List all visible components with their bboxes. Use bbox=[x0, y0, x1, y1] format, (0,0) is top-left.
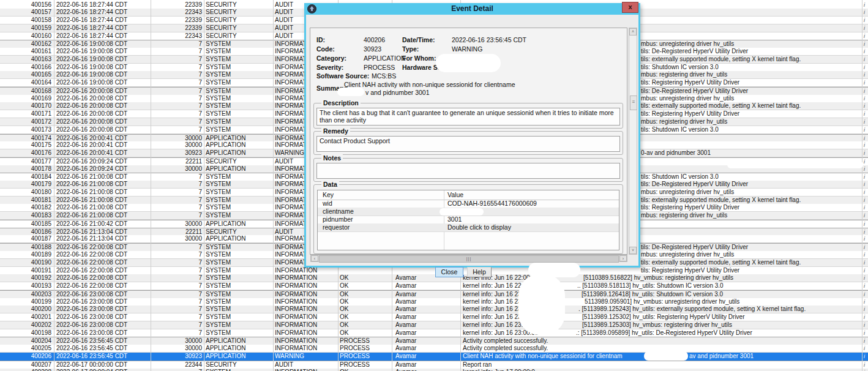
vertical-scroll-thumb[interactable]: ≡ bbox=[630, 96, 637, 110]
edge-mark: i bbox=[864, 149, 865, 157]
edge-mark: i bbox=[864, 9, 865, 16]
cell-message-fragment: tils: De-Registered HyperV Utility Drive… bbox=[641, 48, 748, 55]
cell-category: SYSTEM bbox=[206, 181, 231, 188]
table-row[interactable]: 4002022022-06-16 23:00:08 CDT7SYSTEMINFO… bbox=[0, 321, 868, 329]
edge-mark: i bbox=[864, 17, 865, 24]
cell-category: SECURITY bbox=[206, 24, 237, 32]
cell-code: 30923 bbox=[151, 149, 202, 157]
cell-id: 400198 bbox=[0, 329, 51, 337]
cell-id: 400207 bbox=[0, 361, 51, 369]
cell-status: PROCESS bbox=[340, 337, 370, 345]
table-row[interactable]: 4001922022-06-16 22:00:08 CDT7SYSTEMINFO… bbox=[0, 274, 868, 282]
data-table-row[interactable]: pidnumber3001 bbox=[318, 215, 619, 224]
cell-status: OK bbox=[340, 329, 348, 337]
cell-category: SYSTEM bbox=[206, 291, 231, 298]
close-button[interactable]: Close bbox=[435, 267, 463, 277]
cell-datetime: 2022-06-16 23:56:45 CDT bbox=[56, 353, 127, 360]
table-row[interactable]: 4002072022-06-17 00:00:00 CDT22344SECURI… bbox=[0, 361, 868, 369]
data-table-row[interactable]: requestorDouble click to display bbox=[318, 223, 619, 232]
cell-id: 400164 bbox=[0, 79, 51, 86]
cell-id: 400179 bbox=[0, 181, 51, 188]
cell-id: 400175 bbox=[0, 141, 51, 149]
notes-textarea[interactable] bbox=[316, 163, 620, 179]
cell-datetime: 2022-06-16 23:56:45 CDT bbox=[56, 345, 127, 352]
cell-category: SYSTEM bbox=[206, 110, 231, 118]
edge-mark: i bbox=[864, 95, 865, 102]
scroll-left-icon[interactable]: ‹ bbox=[311, 255, 318, 261]
horizontal-scroll-thumb[interactable]: ||| bbox=[319, 255, 619, 263]
cell-code: 30000 bbox=[151, 165, 202, 173]
notes-legend: Notes bbox=[321, 154, 343, 162]
remedy-textarea[interactable]: Contact Product Support bbox=[316, 136, 620, 152]
cell-id: 400188 bbox=[0, 244, 51, 251]
cell-source: Avamar bbox=[395, 361, 416, 369]
field-value: PROCESS bbox=[364, 64, 395, 71]
cell-message-fragment: mbus: unregistering driver hv_utils bbox=[641, 40, 734, 48]
edge-mark: i bbox=[864, 88, 865, 95]
cell-message-fragment: tils: Shutdown IC version 3.0 bbox=[641, 173, 719, 181]
cell-datetime: 2022-06-16 21:00:08 CDT bbox=[56, 181, 127, 188]
cell-datetime: 2022-06-16 23:00:08 CDT bbox=[56, 291, 127, 298]
cell-category: APPLICATION bbox=[206, 337, 245, 345]
table-row[interactable]: 4002042022-06-16 23:56:45 CDT30000APPLIC… bbox=[0, 337, 868, 345]
cell-status: PROCESS bbox=[340, 353, 370, 360]
scroll-up-icon[interactable]: ˄ bbox=[629, 28, 637, 36]
table-row[interactable]: 4002052022-06-16 23:56:45 CDT30000APPLIC… bbox=[0, 345, 868, 353]
edge-mark: i bbox=[864, 291, 865, 298]
cell-id: 400162 bbox=[0, 40, 51, 48]
table-row[interactable]: 4002082022-06-17 00:00:04 CDT7SYSTEMINFO… bbox=[0, 369, 868, 371]
table-row[interactable]: 4002032022-06-16 23:00:08 CDT7SYSTEMINFO… bbox=[0, 290, 868, 299]
cell-message-tail: [5113989.125302] hv_utils: Registering H… bbox=[582, 313, 745, 321]
cell-message-tail: 5113989.095901] hv_vmbus: unregistering … bbox=[585, 298, 739, 305]
scroll-right-icon[interactable]: › bbox=[619, 255, 627, 261]
cell-status: PROCESS bbox=[340, 361, 370, 369]
cell-message: Activity completed successfully. bbox=[463, 345, 548, 352]
data-table-row[interactable]: widCOD-NAH-9165544176000609 bbox=[318, 200, 619, 208]
cell-id: 400208 bbox=[0, 369, 51, 371]
edge-mark: i bbox=[864, 197, 865, 204]
cell-code: 7 bbox=[151, 251, 202, 258]
cell-category: SYSTEM bbox=[206, 95, 231, 102]
cell-message-fragment: tils: Registering HyperV Utility Driver bbox=[641, 79, 739, 86]
cell-message-fragment: mbus: unregistering driver hv_utils bbox=[641, 251, 734, 258]
cell-datetime: 2022-06-16 19:00:08 CDT bbox=[56, 48, 127, 55]
description-groupbox: Description The client has a bug that it… bbox=[313, 103, 623, 129]
help-button[interactable]: Help bbox=[467, 267, 492, 277]
cell-type: WARNING bbox=[275, 353, 304, 360]
data-header-value: Value bbox=[447, 190, 463, 200]
cell-datetime: 2022-06-16 20:09:24 CDT bbox=[56, 165, 127, 173]
cell-type: INFORMATION bbox=[275, 291, 317, 298]
data-key: clientname bbox=[323, 208, 354, 215]
data-key: pidnumber bbox=[323, 215, 353, 223]
dialog-titlebar[interactable]: Event Detail bbox=[304, 3, 640, 15]
cell-source: Avamar bbox=[395, 329, 416, 337]
cell-type: AUDIT bbox=[275, 1, 293, 9]
table-row[interactable]: 4001932022-06-16 22:00:08 CDT7SYSTEMINFO… bbox=[0, 282, 868, 290]
close-icon[interactable]: x bbox=[622, 2, 638, 13]
cell-status: OK bbox=[340, 282, 348, 290]
description-textarea[interactable]: The client has a bug that it can't guara… bbox=[316, 108, 620, 126]
data-table-header: KeyValue bbox=[318, 190, 619, 200]
cell-category: SYSTEM bbox=[206, 189, 231, 196]
cell-id: 400202 bbox=[0, 321, 51, 329]
cell-id: 400158 bbox=[0, 17, 51, 24]
vertical-scrollbar[interactable]: ˄ ≡ ˅ bbox=[629, 28, 637, 255]
edge-mark: i bbox=[864, 79, 865, 86]
cell-category: SYSTEM bbox=[206, 212, 231, 219]
horizontal-scrollbar[interactable]: ‹ ||| › bbox=[310, 255, 627, 262]
cell-category: APPLICATION bbox=[206, 165, 245, 173]
cell-code: 7 bbox=[151, 274, 202, 282]
cell-message-fragment: tils: Shutdown IC version 3.0 bbox=[641, 64, 719, 71]
cell-category: SYSTEM bbox=[206, 48, 231, 55]
data-groupbox: Data KeyValuewidCOD-NAH-9165544176000609… bbox=[313, 184, 623, 254]
cell-message-tail: [5113989.125303] hv_vmbus: registering d… bbox=[582, 321, 732, 329]
cell-code: 30000 bbox=[151, 345, 202, 352]
table-row[interactable]: 4002062022-06-16 23:56:45 CDT30923APPLIC… bbox=[0, 353, 868, 361]
edge-mark: i bbox=[864, 1, 865, 9]
cell-datetime: 2022-06-17 00:00:00 CDT bbox=[56, 361, 127, 369]
field-label: Date/Time: bbox=[402, 36, 435, 43]
scroll-down-icon[interactable]: ˅ bbox=[629, 247, 637, 254]
table-row[interactable]: 4002012022-06-16 23:00:08 CDT7SYSTEMINFO… bbox=[0, 313, 868, 321]
cell-datetime: 2022-06-16 22:00:08 CDT bbox=[56, 251, 127, 258]
table-row[interactable]: 4002002022-06-16 23:00:08 CDT7SYSTEMINFO… bbox=[0, 305, 868, 313]
